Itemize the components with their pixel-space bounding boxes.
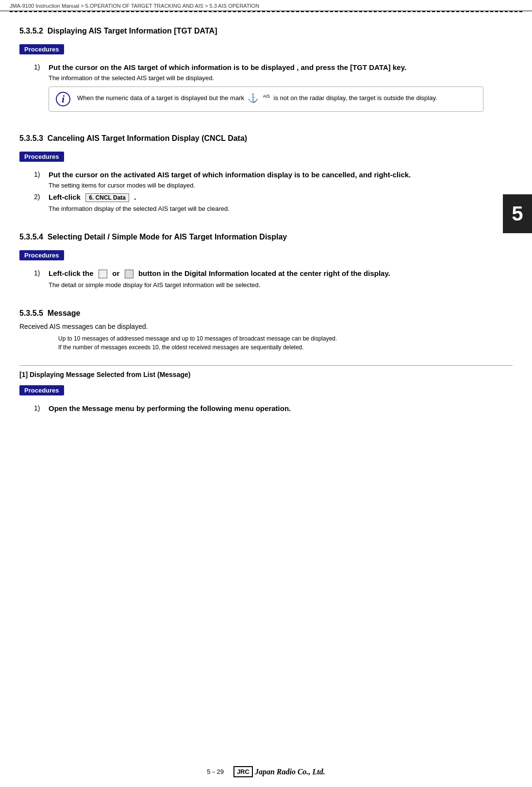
section-5353-title: 5.3.5.3 Canceling AIS Target Information… (19, 134, 513, 143)
section-5353: 5.3.5.3 Canceling AIS Target Information… (19, 134, 513, 212)
ais-mark-icon: ⚓ (248, 92, 258, 105)
section-5355: 5.3.5.5 Message Received AIS messages ca… (19, 309, 513, 412)
step-5354-1-desc: The detail or simple mode display for AI… (49, 281, 513, 289)
step-number: 1) (34, 404, 49, 412)
simple-mode-button[interactable] (125, 270, 133, 278)
page-footer: 5－29 JRC Japan Radio Co., Ltd. (0, 766, 532, 777)
step-5355-sub-1: 1) Open the Message menu by performing t… (34, 404, 513, 412)
note-1: Up to 10 messages of addressed message a… (58, 335, 513, 342)
info-box-text: When the numeric data of a target is dis… (77, 92, 437, 105)
info-box-5352: i When the numeric data of a target is d… (49, 86, 483, 112)
procedures-badge-3: Procedures (19, 250, 64, 260)
step-number: 1) (34, 171, 49, 178)
step-number: 2) (34, 193, 49, 201)
step-text: Put the cursor on the activated AIS targ… (49, 171, 513, 179)
cncl-data-button[interactable]: 6. CNCL Data (85, 193, 129, 202)
detail-mode-button[interactable] (99, 270, 107, 278)
step-5352-1-desc: The information of the selected AIS targ… (49, 74, 513, 82)
step-text: Left-click 6. CNCL Data . (49, 193, 513, 202)
step-5353-1-desc: The setting items for cursor modes will … (49, 182, 513, 189)
section-5352: 5.3.5.2 Displaying AIS Target Informatio… (19, 27, 513, 112)
info-icon: i (56, 92, 70, 106)
jrc-name: Japan Radio Co., Ltd. (255, 768, 325, 776)
step-number: 1) (34, 269, 49, 277)
section-5355-body: Received AIS messages can be displayed. (19, 323, 513, 330)
step-5352-1: 1) Put the cursor on the AIS target of w… (34, 63, 513, 71)
step-5354-1: 1) Left-click the or button in the Digit… (34, 269, 513, 278)
step-5353-2-desc: The information display of the selected … (49, 205, 513, 212)
procedures-badge-4: Procedures (19, 385, 64, 395)
procedures-badge-2: Procedures (19, 152, 64, 162)
step-text: Left-click the or button in the Digital … (49, 269, 513, 278)
jrc-box: JRC (233, 766, 253, 777)
step-text: Open the Message menu by performing the … (49, 404, 513, 412)
chapter-tab: 5 (503, 194, 532, 233)
jrc-logo: JRC Japan Radio Co., Ltd. (233, 766, 325, 777)
step-5353-2: 2) Left-click 6. CNCL Data . (34, 193, 513, 202)
breadcrumb: JMA-9100 Instruction Manual > 5.OPERATIO… (10, 3, 259, 9)
section-5355-title: 5.3.5.5 Message (19, 309, 513, 318)
step-number: 1) (34, 63, 49, 71)
procedures-badge-1: Procedures (19, 44, 64, 54)
subsection-1-header: [1] Displaying Message Selected from Lis… (19, 365, 513, 378)
section-5352-title: 5.3.5.2 Displaying AIS Target Informatio… (19, 27, 513, 35)
step-5353-1: 1) Put the cursor on the activated AIS t… (34, 171, 513, 179)
page-header: JMA-9100 Instruction Manual > 5.OPERATIO… (0, 0, 532, 11)
step-text: Put the cursor on the AIS target of whic… (49, 63, 513, 71)
section-5354: 5.3.5.4 Selecting Detail / Simple Mode f… (19, 233, 513, 289)
page-content: 5.3.5.2 Displaying AIS Target Informatio… (0, 12, 532, 425)
ais-label: AIS (263, 94, 270, 99)
section-5354-title: 5.3.5.4 Selecting Detail / Simple Mode f… (19, 233, 513, 241)
page-number: 5－29 (207, 768, 224, 776)
note-2: If the number of messages exceeds 10, th… (58, 344, 513, 351)
